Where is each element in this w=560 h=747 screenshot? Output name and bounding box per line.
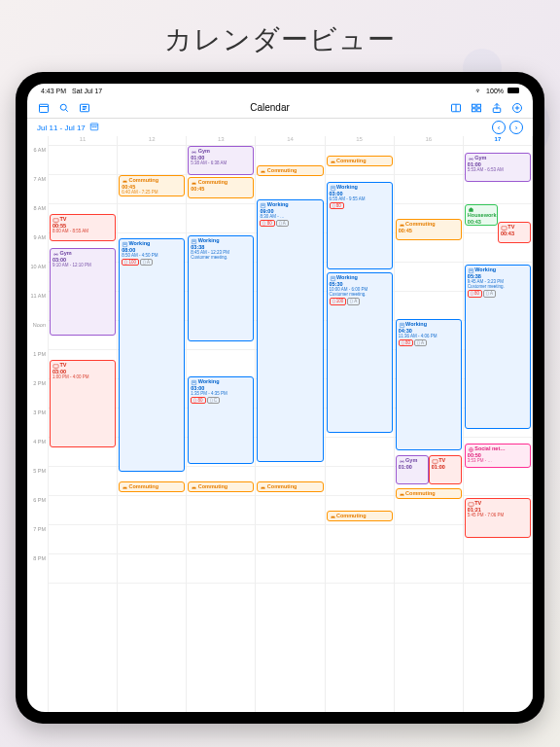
calendar-grid[interactable]: 6 AM7 AM8 AM9 AM10 AM11 AMNoon1 PM2 PM3 … xyxy=(27,136,533,712)
calendar-event[interactable]: Gym03:009:10 AM - 12:10 PM xyxy=(50,248,116,336)
work-icon xyxy=(330,275,335,281)
time-label: 5 PM xyxy=(27,467,48,496)
time-label: 9 AM xyxy=(27,233,48,263)
svg-rect-25 xyxy=(53,364,58,368)
calendar-event[interactable]: Gym01:00 xyxy=(396,455,429,484)
calendar-event[interactable]: TV00:43 xyxy=(498,222,531,243)
event-title: TV xyxy=(508,224,514,230)
calendar-event[interactable]: Working05:3010:00 AM - 6:00 PMCustomer m… xyxy=(327,272,393,433)
calendar-event[interactable]: Housework00:43 xyxy=(465,204,498,226)
tv-icon xyxy=(432,458,438,464)
event-title: TV xyxy=(474,500,481,506)
event-title: Working xyxy=(198,237,220,243)
car-icon xyxy=(191,484,196,490)
event-badge: ▯ A xyxy=(483,290,496,297)
calendar-event[interactable]: Commuting00:45 xyxy=(188,177,254,198)
calendar-event[interactable]: Working04:3011:36 AM - 4:06 PM▯ 80▯ A xyxy=(396,319,462,450)
event-duration: 00:45 xyxy=(191,186,251,192)
car-icon xyxy=(260,168,265,174)
event-badge: ▯ A xyxy=(140,259,153,266)
day-column: 15 Commuting Working03:006:55 AM - 9:55 … xyxy=(326,136,395,712)
gym-icon xyxy=(52,251,58,257)
work-icon xyxy=(122,241,127,247)
work-icon xyxy=(260,202,265,208)
event-badge: ▯ 80 xyxy=(330,202,344,209)
event-time: 11:36 AM - 4:06 PM xyxy=(399,334,459,338)
search-icon[interactable] xyxy=(57,101,70,114)
time-label: 6 AM xyxy=(27,146,48,175)
work-icon xyxy=(191,238,196,244)
toolbar: Calendar xyxy=(27,97,533,119)
day-column: 13 Gym01:005:38 AM - 6:38 AM Commuting00… xyxy=(187,136,256,712)
day-header[interactable]: 13 xyxy=(187,136,255,146)
event-title: Commuting xyxy=(129,177,159,183)
calendar-event[interactable]: Gym01:005:53 AM - 6:53 AM xyxy=(465,153,531,182)
calendar-event[interactable]: Commuting xyxy=(396,488,462,499)
next-week-button[interactable]: › xyxy=(509,121,523,134)
event-time: 9:10 AM - 12:10 PM xyxy=(52,263,113,267)
calendar-event[interactable]: Social net…00:503:53 PM - … xyxy=(465,444,531,468)
event-title: Commuting xyxy=(405,490,436,496)
event-duration: 00:43 xyxy=(468,219,495,225)
event-duration: 01:00 xyxy=(432,464,459,470)
calendar-event[interactable]: Commuting00:456:40 AM - 7:25 PM xyxy=(119,175,185,196)
share-icon[interactable] xyxy=(490,101,503,114)
event-time: 8:30 AM - … xyxy=(260,214,320,219)
calendar-event[interactable]: Commuting xyxy=(257,481,323,492)
event-title: Commuting xyxy=(267,167,298,173)
time-axis: 6 AM7 AM8 AM9 AM10 AM11 AMNoon1 PM2 PM3 … xyxy=(27,136,49,712)
event-title: Working xyxy=(129,240,151,246)
day-header[interactable]: 15 xyxy=(326,136,394,146)
calendar-event[interactable]: Commuting xyxy=(257,165,323,176)
calendar-event[interactable]: TV00:558:00 AM - 8:55 AM xyxy=(50,214,116,241)
grid-icon[interactable] xyxy=(470,101,482,114)
work-icon xyxy=(330,185,335,191)
calendar-event[interactable]: TV03:001:00 PM - 4:00 PM xyxy=(50,360,116,447)
day-header[interactable]: 16 xyxy=(395,136,463,146)
event-time: 1:35 PM - 4:35 PM xyxy=(191,391,251,396)
calendar-event[interactable]: Commuting xyxy=(188,481,254,492)
day-column: 12 Commuting00:456:40 AM - 7:25 PM Worki… xyxy=(118,136,187,712)
day-header[interactable]: 14 xyxy=(256,136,324,146)
calendar-event[interactable]: Working08:008:50 AM - 4:50 PM▯ 100▯ A xyxy=(119,238,185,472)
day-header[interactable]: 12 xyxy=(118,136,186,146)
calendar-event[interactable]: Working09:008:30 AM - …▯ 80▯ A xyxy=(257,199,323,462)
wifi-icon: ᯤ xyxy=(475,88,482,94)
calendar-event[interactable]: Working05:389:45 AM - 3:23 PMCustomer me… xyxy=(465,265,531,429)
today-icon[interactable] xyxy=(37,101,50,114)
event-title: Commuting xyxy=(198,179,228,185)
calendar-event[interactable]: TV01:215:45 PM - 7:06 PM xyxy=(465,498,531,538)
event-desc: Customer meeting. xyxy=(191,255,251,260)
svg-rect-50 xyxy=(502,226,507,230)
calendar-event[interactable]: TV01:00 xyxy=(429,455,462,484)
prev-week-button[interactable]: ‹ xyxy=(492,121,506,134)
mini-calendar-icon[interactable] xyxy=(89,122,99,133)
event-desc: Customer meeting. xyxy=(330,292,390,297)
event-title: Gym xyxy=(474,155,486,160)
event-time: 5:38 AM - 6:38 AM xyxy=(191,160,251,165)
calendar-event[interactable]: Gym01:005:38 AM - 6:38 AM xyxy=(188,146,254,175)
time-label: 8 AM xyxy=(27,204,48,233)
gym-icon xyxy=(468,156,473,161)
calendar-event[interactable]: Commuting xyxy=(327,156,393,166)
work-icon xyxy=(399,322,404,328)
event-time: 8:50 AM - 4:50 PM xyxy=(122,253,182,258)
add-icon[interactable] xyxy=(510,101,523,114)
date-range-label[interactable]: Jul 11 - Jul 17 xyxy=(37,124,86,132)
svg-point-22 xyxy=(95,126,96,127)
day-header[interactable]: 11 xyxy=(49,136,117,146)
day-header[interactable]: 17 xyxy=(464,136,532,146)
calendar-event[interactable]: Working03:388:45 AM - 12:23 PMCustomer m… xyxy=(188,235,254,341)
calendar-event[interactable]: Commuting00:45 xyxy=(396,219,462,240)
columns-icon[interactable] xyxy=(449,101,462,114)
event-title: TV xyxy=(59,216,66,222)
calendar-event[interactable]: Commuting xyxy=(327,511,393,521)
filter-icon[interactable] xyxy=(78,101,90,114)
calendar-event[interactable]: Commuting xyxy=(119,481,185,492)
svg-point-20 xyxy=(92,126,93,127)
calendar-event[interactable]: Working03:006:55 AM - 9:55 AM▯ 80 xyxy=(327,182,393,269)
calendar-event[interactable]: Working03:001:35 PM - 4:35 PM▯ 80▯ C xyxy=(188,376,254,464)
event-badge: ▯ 80 xyxy=(468,290,482,297)
event-title: Gym xyxy=(198,148,210,154)
day-column: 17 Gym01:005:53 AM - 6:53 AM Housework00… xyxy=(464,136,533,712)
